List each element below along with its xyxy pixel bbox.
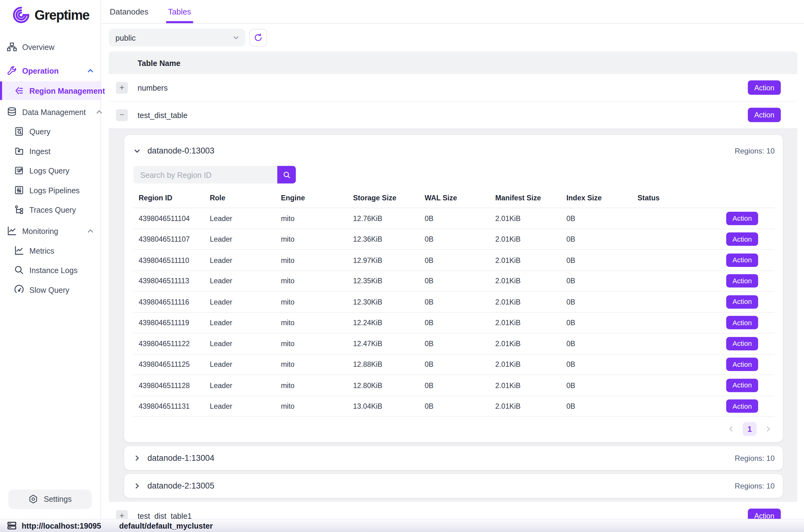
- datanode-2-header[interactable]: datanode-2:13005 Regions: 10: [133, 474, 775, 498]
- region-action-button[interactable]: Action: [726, 212, 759, 225]
- chevron-up-icon: [87, 227, 94, 234]
- database-icon: [7, 107, 17, 117]
- datanode-1-header[interactable]: datanode-1:13004 Regions: 10: [133, 446, 775, 470]
- region-cell-index: 0B: [561, 354, 633, 375]
- tab-tables[interactable]: Tables: [167, 0, 192, 23]
- chevron-right-icon: [133, 482, 140, 490]
- cluster-name[interactable]: default/default_mycluster: [119, 521, 213, 530]
- region-cell-index: 0B: [561, 208, 633, 229]
- region-cell-manifest: 2.01KiB: [490, 333, 561, 354]
- table-name-column-header: Table Name: [137, 59, 180, 67]
- chevron-up-icon: [87, 67, 94, 74]
- region-search-button[interactable]: [277, 166, 295, 184]
- sidebar-item-label: Instance Logs: [29, 266, 77, 274]
- table-action-button[interactable]: Action: [748, 108, 781, 122]
- region-row: 4398046511116Leadermito12.30KiB0B2.01KiB…: [133, 291, 775, 312]
- table-action-button[interactable]: Action: [748, 80, 781, 95]
- region-cell-index: 0B: [561, 333, 633, 354]
- region-cell-status: [632, 333, 710, 354]
- brand-logo[interactable]: Greptime: [10, 4, 100, 25]
- region-cell-action: Action: [710, 354, 775, 375]
- schema-select[interactable]: public: [109, 29, 245, 46]
- chevron-right-icon: [133, 455, 140, 462]
- datanode-card-2: datanode-2:13005 Regions: 10: [124, 474, 783, 498]
- sidebar-item-ingest[interactable]: Ingest: [0, 141, 100, 161]
- region-cell-index: 0B: [561, 229, 633, 250]
- region-cell-action: Action: [710, 333, 775, 354]
- region-cell-engine: mito: [275, 354, 348, 375]
- sidebar-item-label: Data Management: [22, 108, 86, 116]
- region-action-button[interactable]: Action: [726, 399, 759, 413]
- tables-content: public: [101, 24, 804, 519]
- expand-plus-button[interactable]: +: [116, 510, 128, 518]
- refresh-button[interactable]: [249, 29, 267, 46]
- pagination-prev-button[interactable]: [728, 426, 735, 433]
- region-cell-storage: 12.97KiB: [348, 250, 419, 271]
- region-action-button[interactable]: Action: [726, 295, 759, 308]
- sidebar-item-query[interactable]: Query: [0, 122, 100, 141]
- region-action-button[interactable]: Action: [726, 253, 759, 267]
- pagination-next-button[interactable]: [765, 426, 772, 433]
- chevron-up-icon: [96, 109, 103, 115]
- wrench-icon: [7, 65, 17, 76]
- sidebar-item-overview[interactable]: Overview: [0, 37, 100, 57]
- region-cell-action: Action: [710, 229, 775, 250]
- region-cell-status: [632, 312, 710, 333]
- region-search-input[interactable]: [133, 166, 277, 184]
- tree-icon: [14, 205, 24, 215]
- datanode-card-0: datanode-0:13003 Regions: 10: [124, 135, 783, 442]
- datanode-0-header[interactable]: datanode-0:13003 Regions: 10: [133, 143, 775, 159]
- sidebar-item-data-management[interactable]: Data Management: [0, 102, 100, 122]
- region-cell-role: Leader: [205, 229, 276, 250]
- region-cell-engine: mito: [275, 229, 348, 250]
- sidebar-item-logs-pipelines[interactable]: Logs Pipelines: [0, 180, 100, 200]
- region-cell-wal: 0B: [420, 375, 490, 396]
- region-cell-manifest: 2.01KiB: [490, 208, 561, 229]
- server-url[interactable]: http://localhost:19095: [22, 521, 101, 530]
- sidebar-item-instance-logs[interactable]: Instance Logs: [0, 260, 100, 280]
- region-cell-role: Leader: [205, 333, 276, 354]
- sidebar-item-label: Region Management: [29, 86, 105, 95]
- sidebar-item-metrics[interactable]: Metrics: [0, 241, 100, 261]
- region-cell-manifest: 2.01KiB: [490, 396, 561, 417]
- region-cell-status: [632, 208, 710, 229]
- region-cell-status: [632, 375, 710, 396]
- region-cell-action: Action: [710, 208, 775, 229]
- settings-button[interactable]: Settings: [8, 489, 92, 509]
- region-action-button[interactable]: Action: [726, 379, 759, 392]
- region-cell-manifest: 2.01KiB: [490, 375, 561, 396]
- collapse-minus-button[interactable]: −: [116, 109, 128, 121]
- region-row: 4398046511113Leadermito12.35KiB0B2.01KiB…: [133, 271, 775, 291]
- search-icon: [282, 170, 291, 179]
- region-cell-index: 0B: [561, 396, 633, 417]
- expand-plus-button[interactable]: +: [116, 82, 128, 93]
- sidebar-item-label: Operation: [22, 66, 59, 75]
- region-row: 4398046511107Leadermito12.36KiB0B2.01KiB…: [133, 229, 775, 250]
- tab-datanodes[interactable]: Datanodes: [109, 0, 150, 23]
- region-cell-index: 0B: [561, 312, 633, 333]
- pagination-page-1[interactable]: 1: [743, 422, 757, 436]
- region-cell-status: [632, 229, 710, 250]
- region-cell-engine: mito: [275, 312, 348, 333]
- sidebar-item-logs-query[interactable]: Logs Query: [0, 161, 100, 180]
- region-action-button[interactable]: Action: [726, 358, 759, 371]
- merge-left-icon: [14, 86, 24, 96]
- table-action-button[interactable]: Action: [748, 509, 781, 519]
- sidebar-item-slow-query[interactable]: Slow Query: [0, 280, 100, 300]
- region-cell-engine: mito: [275, 291, 348, 312]
- sidebar-item-monitoring[interactable]: Monitoring: [0, 221, 100, 241]
- region-action-button[interactable]: Action: [726, 316, 759, 329]
- sidebar-item-traces-query[interactable]: Traces Query: [0, 200, 100, 220]
- sidebar-item-region-management[interactable]: Region Management: [0, 81, 100, 100]
- region-cell-manifest: 2.01KiB: [490, 312, 561, 333]
- region-action-button[interactable]: Action: [726, 337, 759, 350]
- region-action-button[interactable]: Action: [726, 232, 759, 246]
- brand-name: Greptime: [35, 7, 89, 23]
- region-cell-role: Leader: [205, 354, 276, 375]
- chevron-down-icon: [133, 147, 140, 154]
- region-cell-engine: mito: [275, 208, 348, 229]
- tab-label: Datanodes: [110, 7, 148, 16]
- region-action-button[interactable]: Action: [726, 274, 759, 288]
- folder-import-icon: [14, 146, 24, 156]
- sidebar-item-operation[interactable]: Operation: [0, 61, 100, 80]
